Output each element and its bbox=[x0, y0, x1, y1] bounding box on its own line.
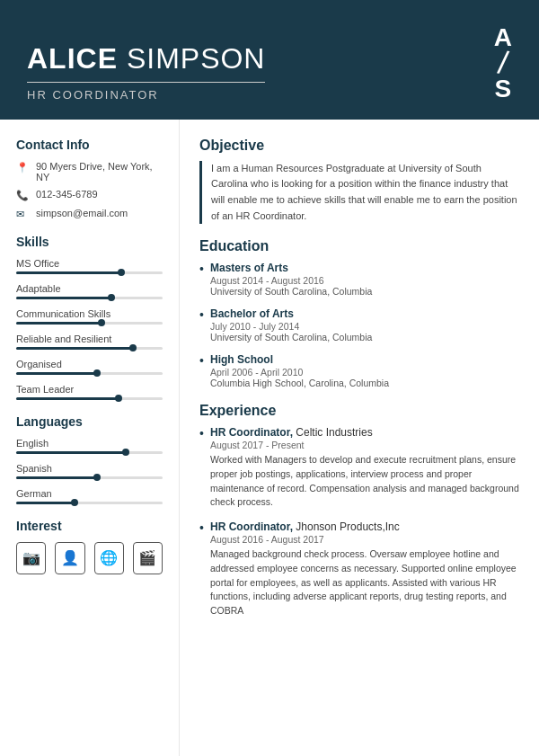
skill-dot bbox=[115, 395, 122, 402]
interest-icons: 📷👤🌐🎬 bbox=[16, 542, 163, 574]
edu-dates: August 2014 - August 2016 bbox=[210, 275, 519, 286]
skill-name: Team Leader bbox=[16, 384, 163, 395]
exp-dates: August 2016 - August 2017 bbox=[210, 534, 519, 545]
phone-icon: 📞 bbox=[16, 190, 31, 201]
skill-bar-bg bbox=[16, 271, 163, 274]
skill-name: Adaptable bbox=[16, 283, 163, 294]
skill-bar-fill bbox=[16, 322, 102, 325]
language-bar-fill bbox=[16, 502, 75, 504]
skill-item: Organised bbox=[16, 359, 163, 375]
sidebar: Contact Info 📍 90 Myers Drive, New York,… bbox=[0, 120, 180, 756]
languages-section-title: Languages bbox=[16, 414, 163, 429]
skill-bar-fill bbox=[16, 271, 121, 274]
language-item: Spanish bbox=[16, 463, 163, 479]
skill-name: Reliable and Resilient bbox=[16, 334, 163, 344]
objective-text: I am a Human Resources Postgraduate at U… bbox=[199, 161, 519, 224]
contact-section-title: Contact Info bbox=[16, 138, 163, 152]
skills-section-title: Skills bbox=[16, 235, 163, 249]
skill-bar-bg bbox=[16, 322, 163, 325]
edu-degree: Masters of Arts bbox=[210, 262, 519, 274]
edu-degree: High School bbox=[210, 353, 519, 366]
skill-bar-fill bbox=[16, 397, 119, 400]
content: Objective I am a Human Resources Postgra… bbox=[180, 120, 539, 756]
experience-list: HR Coordinator, Celtic Industries August… bbox=[199, 426, 519, 618]
language-name: English bbox=[16, 438, 163, 449]
monogram-slash: / bbox=[496, 49, 509, 76]
exp-dates: August 2017 - Present bbox=[210, 440, 519, 450]
education-section-title: Education bbox=[199, 238, 519, 254]
skill-name: Communication Skills bbox=[16, 308, 163, 319]
interest-section-title: Interest bbox=[16, 519, 163, 533]
skills-list: MS Office Adaptable Communication Skills… bbox=[16, 258, 163, 400]
exp-title: HR Coordinator, Jhonson Products,Inc bbox=[210, 520, 519, 533]
language-dot bbox=[93, 474, 101, 481]
language-bar-fill bbox=[16, 476, 97, 479]
interest-icon-2: 🌐 bbox=[94, 542, 124, 574]
location-icon: 📍 bbox=[16, 162, 31, 173]
skill-dot bbox=[93, 369, 101, 377]
skill-bar-bg bbox=[16, 347, 163, 350]
last-name: SIMPSON bbox=[127, 42, 266, 75]
skill-dot bbox=[108, 294, 115, 301]
skill-name: MS Office bbox=[16, 258, 163, 269]
exp-desc: Worked with Managers to develop and exec… bbox=[210, 453, 519, 510]
edu-dates: July 2010 - July 2014 bbox=[210, 321, 519, 332]
skill-bar-fill bbox=[16, 347, 133, 350]
header: ALICE SIMPSON HR COORDINATOR A / S bbox=[0, 0, 539, 120]
skill-dot bbox=[98, 319, 105, 326]
education-item: Masters of Arts August 2014 - August 201… bbox=[199, 262, 519, 297]
edu-school: Columbia High School, Carolina, Columbia bbox=[210, 378, 519, 388]
exp-company: Jhonson Products,Inc bbox=[296, 520, 399, 533]
first-name: ALICE bbox=[27, 42, 118, 75]
language-bar-fill bbox=[16, 451, 126, 454]
contact-phone-item: 📞 012-345-6789 bbox=[16, 189, 163, 201]
experience-section-title: Experience bbox=[199, 403, 519, 419]
skill-item: Team Leader bbox=[16, 384, 163, 400]
contact-address-item: 📍 90 Myers Drive, New York, NY bbox=[16, 161, 163, 182]
skill-item: Adaptable bbox=[16, 283, 163, 299]
main-layout: Contact Info 📍 90 Myers Drive, New York,… bbox=[0, 120, 539, 756]
skill-bar-bg bbox=[16, 372, 163, 375]
skill-bar-bg bbox=[16, 297, 163, 299]
edu-degree: Bachelor of Arts bbox=[210, 307, 519, 320]
header-name: ALICE SIMPSON bbox=[27, 43, 265, 75]
language-name: German bbox=[16, 488, 163, 499]
education-item: High School April 2006 - April 2010 Colu… bbox=[199, 353, 519, 388]
exp-desc: Managed background check process. Oversa… bbox=[210, 547, 519, 618]
skill-dot bbox=[118, 269, 125, 276]
objective-section-title: Objective bbox=[199, 138, 519, 154]
skill-bar-fill bbox=[16, 372, 97, 375]
exp-title: HR Coordinator, Celtic Industries bbox=[210, 426, 519, 439]
education-list: Masters of Arts August 2014 - August 201… bbox=[199, 262, 519, 388]
interest-icon-1: 👤 bbox=[55, 542, 84, 574]
education-item: Bachelor of Arts July 2010 - July 2014 U… bbox=[199, 307, 519, 342]
language-bar-bg bbox=[16, 476, 163, 479]
skill-item: MS Office bbox=[16, 258, 163, 274]
contact-address: 90 Myers Drive, New York, NY bbox=[36, 161, 163, 182]
skill-item: Communication Skills bbox=[16, 308, 163, 325]
language-item: German bbox=[16, 488, 163, 504]
languages-list: English Spanish German bbox=[16, 438, 163, 504]
header-left: ALICE SIMPSON HR COORDINATOR bbox=[27, 43, 265, 102]
skill-bar-bg bbox=[16, 397, 163, 400]
skill-name: Organised bbox=[16, 359, 163, 369]
language-item: English bbox=[16, 438, 163, 454]
interest-icon-3: 🎬 bbox=[133, 542, 163, 574]
experience-item: HR Coordinator, Celtic Industries August… bbox=[199, 426, 519, 510]
language-bar-bg bbox=[16, 451, 163, 454]
contact-email: simpson@email.com bbox=[36, 208, 128, 218]
language-dot bbox=[122, 449, 129, 456]
email-icon: ✉ bbox=[16, 209, 31, 220]
exp-company: Celtic Industries bbox=[296, 426, 372, 439]
edu-dates: April 2006 - April 2010 bbox=[210, 367, 519, 378]
skill-item: Reliable and Resilient bbox=[16, 334, 163, 350]
language-dot bbox=[71, 499, 78, 506]
edu-school: University of South Carolina, Columbia bbox=[210, 332, 519, 342]
language-name: Spanish bbox=[16, 463, 163, 474]
edu-school: University of South Carolina, Columbia bbox=[210, 286, 519, 297]
contact-phone: 012-345-6789 bbox=[36, 189, 98, 200]
header-monogram: A / S bbox=[494, 25, 512, 102]
language-bar-bg bbox=[16, 502, 163, 504]
interest-icon-0: 📷 bbox=[16, 542, 46, 574]
experience-item: HR Coordinator, Jhonson Products,Inc Aug… bbox=[199, 520, 519, 618]
